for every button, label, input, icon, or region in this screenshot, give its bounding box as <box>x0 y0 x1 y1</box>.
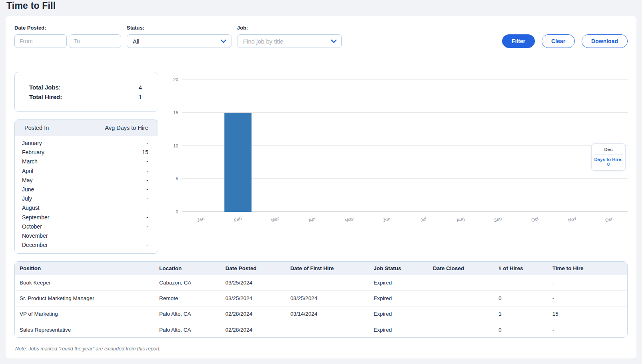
column-header: Position <box>15 262 154 275</box>
month-row: March- <box>22 157 148 166</box>
month-label: September <box>22 213 49 222</box>
table-row[interactable]: VP of MarketingPalo Alto, CA02/28/202403… <box>15 306 627 322</box>
table-cell: - <box>548 290 627 306</box>
job-select[interactable]: Find job by title <box>237 34 342 48</box>
chevron-down-icon <box>221 40 226 43</box>
monthly-rows: January-February15March-April-May-June-J… <box>15 136 158 253</box>
table-cell: - <box>548 322 627 337</box>
x-axis-label: Nov <box>567 216 576 223</box>
table-cell <box>285 275 369 290</box>
month-label: March <box>22 157 38 166</box>
x-axis-label: Oct <box>531 216 539 223</box>
column-header: Date Posted <box>221 262 285 275</box>
table-cell: Book Keeper <box>15 275 154 290</box>
date-to-input[interactable] <box>69 34 121 48</box>
month-label: October <box>22 222 42 231</box>
month-row: April- <box>22 167 148 176</box>
avg-days-header: Avg Days to Hire <box>105 125 148 131</box>
column-header: Location <box>154 262 220 275</box>
gridline <box>182 79 628 80</box>
month-avg-days-value: - <box>146 213 148 222</box>
month-label: January <box>22 139 42 148</box>
date-posted-group: Date Posted: <box>14 25 121 48</box>
x-axis-label: Dec <box>604 216 614 223</box>
month-row: May- <box>22 176 148 185</box>
table-cell: Expired <box>369 322 428 337</box>
x-axis-label: Feb <box>233 216 242 223</box>
total-jobs-value: 4 <box>139 83 142 92</box>
month-avg-days-value: - <box>146 203 148 213</box>
table-row[interactable]: Sales RepresentativePalo Alto, CA02/28/2… <box>15 322 627 337</box>
jobs-table-body: Book KeeperCabazon, CA03/25/2024Expired-… <box>15 275 627 337</box>
x-axis-label: May <box>345 216 354 223</box>
jobs-table: PositionLocationDate PostedDate of First… <box>14 261 628 338</box>
job-label: Job: <box>237 25 342 31</box>
table-cell: 03/25/2024 <box>221 290 285 306</box>
table-cell: - <box>548 275 627 290</box>
month-label: February <box>22 148 44 157</box>
main-content: Total Jobs: 4 Total Hired: 1 Posted In A… <box>14 72 628 254</box>
table-cell: 03/25/2024 <box>221 275 285 290</box>
filter-bar: Date Posted: Status: All Job: Fi <box>14 25 628 48</box>
monthly-table-header: Posted In Avg Days to Hire <box>15 120 158 136</box>
column-header: Time to Hire <box>548 262 627 275</box>
table-cell: VP of Marketing <box>15 306 154 322</box>
table-cell: Palo Alto, CA <box>154 322 220 337</box>
month-avg-days-value: - <box>146 176 148 185</box>
y-axis-tick: 20 <box>166 77 178 82</box>
chart-plot: 05101520JanFebMarAprMayJunJulAugSepOctNo… <box>182 80 628 212</box>
date-from-input[interactable] <box>14 34 67 48</box>
month-avg-days-value: - <box>146 194 148 203</box>
month-label: July <box>22 194 32 203</box>
report-page: Time to Fill Date Posted: Status: All <box>0 0 642 358</box>
table-cell: Remote <box>154 290 220 306</box>
table-cell: 0 <box>494 290 548 306</box>
table-cell <box>285 322 369 337</box>
download-button[interactable]: Download <box>582 34 628 48</box>
section-divider <box>14 63 628 63</box>
table-cell: 1 <box>494 306 548 322</box>
job-group: Job: Find job by title <box>237 25 342 48</box>
table-cell: 03/14/2024 <box>285 306 369 322</box>
table-cell <box>494 275 548 290</box>
job-select-placeholder: Find job by title <box>243 38 283 45</box>
x-axis-label: Aug <box>456 216 465 223</box>
month-avg-days-value: 15 <box>142 148 148 157</box>
total-hired-value: 1 <box>139 92 142 102</box>
filter-actions: Filter Clear Download <box>502 34 628 48</box>
month-avg-days-value: - <box>146 167 148 176</box>
table-cell: Expired <box>369 275 428 290</box>
status-select[interactable]: All <box>127 34 231 48</box>
total-hired-label: Total Hired: <box>29 92 62 102</box>
table-cell: 0 <box>494 322 548 337</box>
table-cell: 02/28/2024 <box>221 306 285 322</box>
x-axis-label: Jun <box>382 216 391 223</box>
table-cell <box>428 275 494 290</box>
table-cell: 15 <box>548 306 627 322</box>
days-to-hire-chart: 05101520JanFebMarAprMayJunJulAugSepOctNo… <box>168 72 628 224</box>
table-cell: 03/25/2024 <box>285 290 369 306</box>
month-row: October- <box>22 222 148 231</box>
y-axis-tick: 0 <box>166 209 178 214</box>
x-axis-label: Mar <box>271 216 279 223</box>
clear-button[interactable]: Clear <box>542 34 575 48</box>
table-row[interactable]: Sr. Product Marketing ManagerRemote03/25… <box>15 290 627 306</box>
month-avg-days-value: - <box>146 222 148 231</box>
month-label: August <box>22 203 40 213</box>
jobs-table-head-row: PositionLocationDate PostedDate of First… <box>15 262 627 275</box>
filter-button[interactable]: Filter <box>502 34 535 48</box>
month-avg-days-value: - <box>146 241 148 250</box>
month-avg-days-value: - <box>146 139 148 148</box>
month-row: December- <box>22 241 148 250</box>
table-cell: 02/28/2024 <box>221 322 285 337</box>
column-header: Date of First Hire <box>285 262 369 275</box>
chevron-down-icon <box>331 40 337 43</box>
month-label: November <box>22 231 48 241</box>
page-title: Time to Fill <box>6 0 636 12</box>
y-axis-tick: 5 <box>166 176 178 181</box>
table-cell <box>428 322 494 337</box>
x-axis-label: Jul <box>420 216 427 223</box>
table-row[interactable]: Book KeeperCabazon, CA03/25/2024Expired- <box>15 275 627 290</box>
bar-feb[interactable] <box>225 113 251 212</box>
month-row: January- <box>22 139 148 148</box>
